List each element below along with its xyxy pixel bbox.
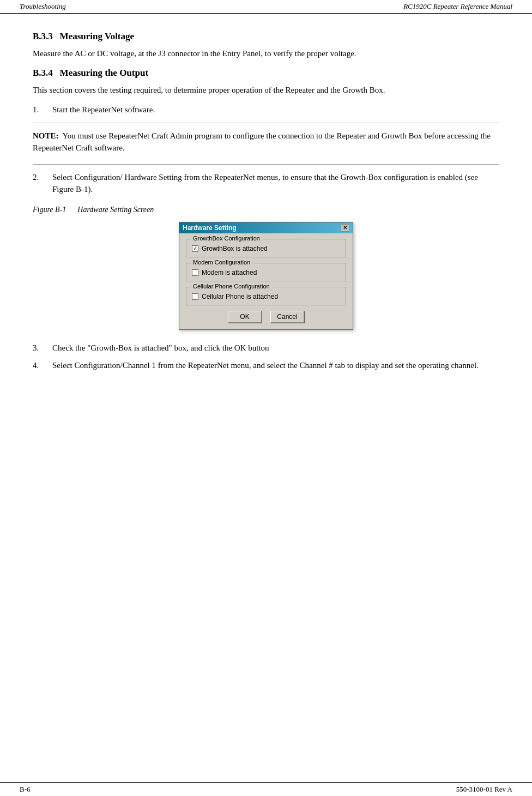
cellular-config-group: Cellular Phone Configuration Cellular Ph… (186, 287, 346, 305)
cellular-attached-label: Cellular Phone is attached (202, 293, 278, 300)
footer-left: B-6 (20, 785, 31, 794)
header-left: Troubleshooting (20, 2, 66, 11)
step-1-num: 1. (33, 104, 52, 116)
step-3: 3. Check the "Growth-Box is attached" bo… (33, 342, 499, 354)
dialog-body: GrowthBox Configuration GrowthBox is att… (179, 233, 353, 329)
step-4-num: 4. (33, 359, 52, 372)
step-2: 2. Select Configuration/ Hardware Settin… (33, 171, 499, 196)
step-1: 1. Start the RepeaterNet software. (33, 104, 499, 116)
section-b34-heading: B.3.4 Measuring the Output (33, 68, 499, 79)
figure-container: Hardware Setting ✕ GrowthBox Configurati… (33, 222, 499, 330)
dialog-ok-button[interactable]: OK (228, 311, 262, 323)
divider-2 (33, 164, 499, 165)
page-footer: B-6 550-3100-01 Rev A (0, 782, 532, 796)
cellular-group-label: Cellular Phone Configuration (191, 283, 272, 290)
modem-group-label: Modem Configuration (191, 259, 252, 266)
note-block: NOTE: You must use RepeaterNet Craft Adm… (33, 130, 499, 154)
figure-label: Figure B-1 Hardware Setting Screen (33, 206, 499, 214)
page-header: Troubleshooting RC1920C Repeater Referen… (0, 0, 532, 14)
hardware-setting-dialog: Hardware Setting ✕ GrowthBox Configurati… (179, 222, 353, 330)
cellular-checkbox-row: Cellular Phone is attached (192, 293, 340, 300)
header-right: RC1920C Repeater Reference Manual (403, 2, 512, 11)
growthbox-checkbox-row: GrowthBox is attached (192, 245, 340, 252)
growthbox-config-group: GrowthBox Configuration GrowthBox is att… (186, 239, 346, 257)
step-4-text: Select Configuration/Channel 1 from the … (52, 359, 499, 372)
step-2-text: Select Configuration/ Hardware Setting f… (52, 171, 499, 196)
dialog-button-row: OK Cancel (186, 311, 346, 323)
note-text: You must use RepeaterNet Craft Admin pro… (33, 131, 491, 153)
modem-checkbox-row: Modem is attached (192, 269, 340, 276)
note-label: NOTE: (33, 131, 59, 140)
figure-label-id: Figure B-1 (33, 206, 66, 214)
main-content: B.3.3 Measuring Voltage Measure the AC o… (0, 14, 532, 421)
step-2-num: 2. (33, 171, 52, 196)
cellular-attached-checkbox[interactable] (192, 293, 198, 300)
modem-attached-label: Modem is attached (202, 269, 257, 276)
dialog-titlebar: Hardware Setting ✕ (179, 222, 353, 233)
growthbox-attached-checkbox[interactable] (192, 245, 198, 252)
step-3-text: Check the "Growth-Box is attached" box, … (52, 342, 499, 354)
dialog-title: Hardware Setting (183, 224, 237, 232)
modem-config-group: Modem Configuration Modem is attached (186, 263, 346, 281)
section-b33-body: Measure the AC or DC voltage, at the J3 … (33, 47, 499, 60)
section-b34-body: This section covers the testing required… (33, 84, 499, 97)
step-4: 4. Select Configuration/Channel 1 from t… (33, 359, 499, 372)
growthbox-group-label: GrowthBox Configuration (191, 235, 262, 242)
step-3-num: 3. (33, 342, 52, 354)
divider-1 (33, 123, 499, 123)
footer-right: 550-3100-01 Rev A (456, 785, 512, 794)
figure-caption: Hardware Setting Screen (77, 206, 154, 214)
dialog-cancel-button[interactable]: Cancel (270, 311, 304, 323)
step-1-text: Start the RepeaterNet software. (52, 104, 499, 116)
growthbox-attached-label: GrowthBox is attached (202, 245, 268, 252)
dialog-close-button[interactable]: ✕ (341, 224, 349, 232)
section-b33-heading: B.3.3 Measuring Voltage (33, 31, 499, 42)
modem-attached-checkbox[interactable] (192, 269, 198, 276)
